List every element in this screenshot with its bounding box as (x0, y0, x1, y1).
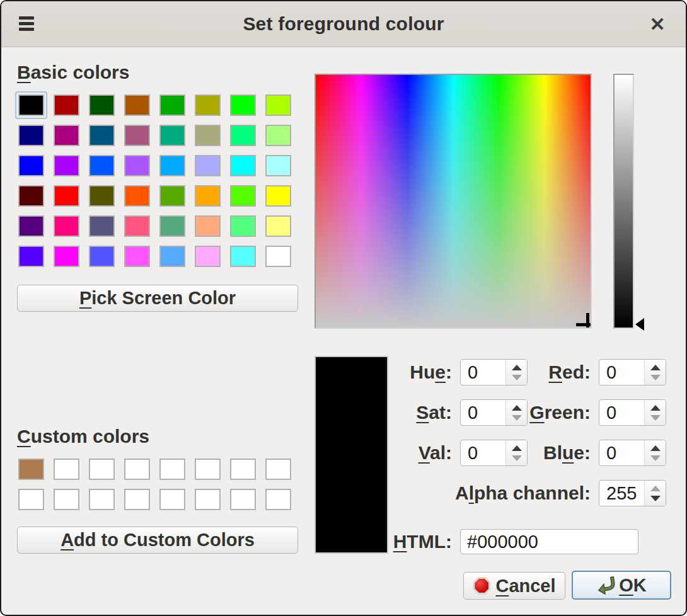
green-spinbox[interactable]: 0 (599, 399, 666, 426)
color-swatch[interactable] (265, 489, 291, 510)
return-arrow-icon (596, 576, 615, 595)
alpha-label: Alpha channel: (436, 480, 591, 506)
color-swatch[interactable] (195, 155, 221, 176)
pick-screen-color-label: Pick Screen Color (79, 288, 236, 309)
red-down-icon[interactable] (650, 375, 661, 380)
color-swatch[interactable] (230, 459, 256, 480)
red-up-icon[interactable] (650, 365, 661, 370)
color-swatch[interactable] (230, 215, 256, 237)
color-swatch[interactable] (18, 489, 44, 510)
color-swatch[interactable] (18, 125, 44, 146)
color-swatch[interactable] (124, 489, 150, 510)
color-swatch[interactable] (265, 246, 291, 267)
color-swatch[interactable] (159, 125, 185, 146)
color-dialog-window: Set foreground colour ✕ Basic colors Pic… (0, 0, 687, 616)
alpha-up-icon[interactable] (650, 486, 661, 491)
color-swatch[interactable] (54, 185, 79, 207)
color-swatch[interactable] (18, 94, 44, 116)
color-swatch[interactable] (195, 246, 221, 267)
html-input[interactable] (460, 529, 638, 554)
color-swatch[interactable] (195, 94, 221, 116)
color-swatch[interactable] (18, 246, 44, 267)
pick-screen-color-button[interactable]: Pick Screen Color (17, 285, 298, 312)
color-swatch[interactable] (265, 155, 291, 176)
color-swatch[interactable] (124, 94, 150, 116)
color-swatch[interactable] (265, 215, 291, 237)
color-swatch[interactable] (195, 489, 221, 510)
color-swatch[interactable] (89, 125, 115, 146)
color-swatch[interactable] (124, 155, 150, 176)
color-swatch[interactable] (124, 125, 150, 146)
color-swatch[interactable] (124, 185, 150, 207)
color-swatch[interactable] (265, 185, 291, 207)
color-swatch[interactable] (54, 155, 79, 176)
value-slider[interactable] (613, 74, 634, 329)
color-swatch[interactable] (54, 246, 79, 267)
color-swatch[interactable] (54, 125, 79, 146)
add-to-custom-colors-button[interactable]: Add to Custom Colors (17, 527, 298, 554)
color-swatch[interactable] (195, 185, 221, 207)
color-swatch[interactable] (54, 94, 79, 116)
blue-up-icon[interactable] (650, 445, 661, 451)
menu-icon[interactable] (19, 16, 34, 33)
blue-down-icon[interactable] (650, 455, 661, 461)
red-spinbox[interactable]: 0 (599, 359, 666, 385)
color-swatch[interactable] (159, 246, 185, 267)
color-swatch[interactable] (195, 459, 221, 480)
color-swatch[interactable] (230, 155, 256, 176)
color-swatch[interactable] (54, 215, 79, 237)
color-swatch[interactable] (89, 155, 115, 176)
color-swatch[interactable] (230, 94, 256, 116)
color-swatch[interactable] (124, 459, 150, 480)
color-swatch[interactable] (124, 246, 150, 267)
color-swatch[interactable] (195, 125, 221, 146)
color-swatch[interactable] (230, 185, 256, 207)
color-swatch[interactable] (230, 125, 256, 146)
color-swatch[interactable] (159, 185, 185, 207)
ok-label: OK (619, 575, 647, 596)
window-title: Set foreground colour (243, 13, 444, 35)
color-swatch[interactable] (159, 489, 185, 510)
color-swatch[interactable] (18, 459, 44, 480)
value-slider-handle-icon[interactable] (635, 318, 644, 331)
color-swatch[interactable] (265, 459, 291, 480)
green-up-icon[interactable] (650, 405, 661, 411)
color-swatch[interactable] (89, 489, 115, 510)
color-swatch[interactable] (89, 215, 115, 237)
alpha-spinbox[interactable]: 255 (599, 480, 666, 506)
cancel-label: Cancel (495, 576, 555, 596)
cancel-button[interactable]: Cancel (463, 572, 565, 600)
alpha-down-icon[interactable] (650, 496, 661, 501)
color-swatch[interactable] (159, 94, 185, 116)
custom-colors-label: Custom colors (17, 426, 149, 447)
ok-button[interactable]: OK (572, 571, 671, 600)
color-preview (315, 356, 388, 554)
color-swatch[interactable] (18, 155, 44, 176)
color-swatch[interactable] (159, 459, 185, 480)
titlebar: Set foreground colour ✕ (1, 1, 686, 47)
color-swatch[interactable] (18, 185, 44, 207)
green-down-icon[interactable] (650, 415, 661, 421)
color-swatch[interactable] (89, 185, 115, 207)
red-value: 0 (599, 360, 644, 385)
color-swatch[interactable] (230, 246, 256, 267)
color-swatch[interactable] (159, 215, 185, 237)
close-icon[interactable]: ✕ (645, 12, 669, 36)
color-swatch[interactable] (230, 489, 256, 510)
color-swatch[interactable] (89, 459, 115, 480)
color-swatch[interactable] (265, 94, 291, 116)
green-label: Green: (487, 399, 591, 426)
color-swatch[interactable] (89, 94, 115, 116)
color-swatch[interactable] (18, 215, 44, 237)
picker-crosshair (586, 313, 589, 329)
color-swatch[interactable] (54, 489, 79, 510)
blue-spinbox[interactable]: 0 (599, 440, 666, 466)
color-swatch[interactable] (265, 125, 291, 146)
color-swatch[interactable] (89, 246, 115, 267)
color-swatch[interactable] (195, 215, 221, 237)
color-swatch[interactable] (124, 215, 150, 237)
color-swatch[interactable] (159, 155, 185, 176)
hue-saturation-picker[interactable] (315, 74, 592, 329)
color-swatch[interactable] (54, 459, 79, 480)
green-value: 0 (599, 400, 644, 425)
